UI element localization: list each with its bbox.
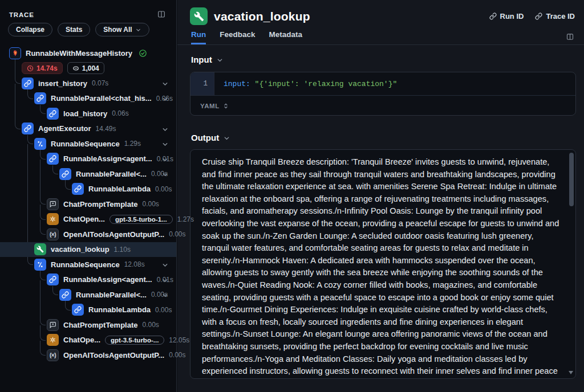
tab-metadata[interactable]: Metadata — [269, 30, 303, 44]
duration-label: 0.06s — [112, 109, 128, 117]
tree-item-runnableparallel[interactable]: RunnableParallel<...0.00s — [0, 287, 176, 303]
scrollbar-down-arrow[interactable] — [569, 371, 573, 374]
chain-icon — [72, 304, 84, 316]
tree-item-label: OpenAIToolsAgentOutputP... — [63, 351, 164, 360]
latency-value: 14.74s — [36, 64, 58, 72]
tree-item-load-history[interactable]: load_history0.06s — [0, 106, 176, 121]
run-id-label: Run ID — [500, 12, 524, 21]
parser-icon: (×) — [47, 228, 59, 240]
split-view-icon[interactable] — [566, 32, 574, 41]
chain-icon — [22, 77, 34, 89]
sequence-icon — [34, 138, 46, 150]
show-all-label: Show All — [103, 26, 132, 34]
tree-item-label: OpenAIToolsAgentOutputP... — [63, 230, 164, 239]
tree-item-label: RunnableSequence — [51, 260, 120, 269]
collapse-button[interactable]: Collapse — [8, 23, 52, 36]
token-count-badge: 1,004 — [67, 62, 104, 74]
tree-item-openaitoolsagentoutputp[interactable]: (×)OpenAIToolsAgentOutputP...0.00s — [0, 348, 176, 363]
tree-item-runnableparallel[interactable]: RunnableParallel<...0.00s — [0, 166, 176, 182]
tree-item-label: ChatPromptTemplate — [63, 200, 138, 209]
chevron-down-icon[interactable] — [161, 261, 169, 268]
tree-item-chatope[interactable]: ChatOpe...gpt-3.5-turbo-...12.05s — [0, 333, 176, 348]
page-title: vacation_lookup — [214, 10, 310, 23]
tree-item-label: RunnableSequence — [51, 140, 120, 148]
duration-label: 12.05s — [169, 336, 189, 344]
tree-item-agentexecutor[interactable]: AgentExecutor14.49s — [0, 121, 176, 137]
success-check-icon — [139, 49, 147, 58]
tree-item-runnablelambda[interactable]: RunnableLambda0.00s — [0, 303, 176, 318]
trace-panel-title: TRACE — [9, 11, 34, 18]
run-header: vacation_lookup — [190, 7, 310, 25]
tree-item-label: RunnableLambda — [88, 305, 151, 314]
chevron-down-icon[interactable] — [161, 125, 169, 132]
langsmith-trace-window: TRACE Collapse Stats Show All RunnableWi… — [0, 0, 584, 392]
tree-item-label: load_history — [63, 109, 107, 118]
tree-item-runnablewithmessagehistory[interactable]: RunnableWithMessageHistory — [0, 46, 176, 61]
tab-run[interactable]: Run — [191, 30, 206, 44]
tree-item-vacation-lookup[interactable]: vacation_lookup1.10s — [0, 242, 176, 258]
format-selector[interactable]: YAML — [190, 96, 575, 116]
input-section-header[interactable]: Input — [191, 55, 224, 64]
chain-icon — [47, 273, 59, 285]
output-section-label: Output — [191, 133, 219, 142]
chevron-down-icon[interactable] — [161, 276, 169, 283]
chevron-down-icon — [135, 27, 141, 33]
stats-button[interactable]: Stats — [58, 23, 90, 36]
panel-collapse-icon[interactable] — [157, 10, 166, 19]
chain-icon — [59, 289, 71, 301]
chevron-down-icon[interactable] — [161, 80, 169, 87]
tree-item-openaitoolsagentoutputp[interactable]: (×)OpenAIToolsAgentOutputP...0.00s — [0, 227, 176, 242]
line-number: 1 — [190, 72, 214, 95]
duration-label: 1.27s — [177, 215, 194, 223]
output-text: Cruise ship Tranquil Breeze description:… — [202, 156, 559, 378]
parrot-icon — [9, 47, 21, 59]
run-id-button[interactable]: Run ID — [489, 12, 524, 21]
scrollbar-thumb[interactable] — [569, 153, 574, 206]
prompt-icon — [47, 198, 59, 210]
tree-item-runnableparallel-chat-his[interactable]: RunnableParallel<chat_his...0.06s — [0, 91, 176, 107]
code-line: 1 input: "{'input': 'relaxing vacation'}… — [190, 72, 575, 96]
show-all-dropdown[interactable]: Show All — [95, 23, 149, 36]
chevron-down-icon[interactable] — [161, 95, 169, 102]
tree-item-runnableassign-agent[interactable]: RunnableAssign<agent...0.01s — [0, 272, 176, 288]
tree-item-chatopen[interactable]: ChatOpen...gpt-3.5-turbo-1...1.27s — [0, 212, 176, 227]
tree-item-chatprompttemplate[interactable]: ChatPromptTemplate0.00s — [0, 197, 176, 212]
tool-icon — [34, 243, 46, 255]
tree-item-insert-history[interactable]: insert_history0.07s — [0, 76, 176, 91]
sequence-icon — [34, 259, 46, 271]
tree-item-label: RunnableParallel<chat_his... — [51, 94, 152, 103]
code-key: input: — [224, 80, 250, 88]
output-section-header[interactable]: Output — [191, 133, 230, 142]
tree-item-label: vacation_lookup — [51, 245, 110, 254]
trace-id-button[interactable]: Trace ID — [535, 12, 575, 21]
chevron-down-icon — [223, 134, 230, 141]
link-icon — [489, 13, 497, 20]
input-code-block: 1 input: "{'input': 'relaxing vacation'}… — [190, 72, 576, 116]
tree-item-label: insert_history — [38, 79, 87, 88]
duration-label: 14.49s — [95, 125, 116, 133]
openai-icon — [47, 334, 59, 346]
chevron-down-icon[interactable] — [161, 291, 169, 299]
tab-feedback[interactable]: Feedback — [220, 30, 255, 44]
tree-item-runnableassign-agent[interactable]: RunnableAssign<agent...0.01s — [0, 152, 176, 167]
duration-label: 0.00s — [169, 230, 185, 238]
duration-label: 1.29s — [124, 140, 141, 148]
tree-item-runnablesequence[interactable]: RunnableSequence12.08s — [0, 257, 176, 272]
duration-label: 12.08s — [124, 260, 145, 268]
run-detail-panel: vacation_lookup Run ID Trace ID Run Feed… — [177, 0, 584, 392]
wrench-icon — [190, 7, 208, 25]
tree-item-chatprompttemplate[interactable]: ChatPromptTemplate0.00s — [0, 317, 176, 333]
tree-item-runnablesequence[interactable]: RunnableSequence1.29s — [0, 136, 176, 152]
duration-label: 0.00s — [143, 321, 159, 329]
chevron-down-icon[interactable] — [161, 155, 169, 162]
chain-icon — [22, 122, 34, 134]
chevron-down-icon[interactable] — [161, 170, 169, 178]
chain-icon — [34, 92, 46, 104]
tree-item-label: RunnableParallel<... — [76, 170, 147, 178]
chevron-down-icon — [216, 56, 224, 63]
duration-label: 0.00s — [155, 185, 172, 193]
trace-id-label: Trace ID — [546, 12, 575, 21]
tree-item-runnablelambda[interactable]: RunnableLambda0.00s — [0, 182, 176, 197]
chevron-down-icon[interactable] — [161, 140, 169, 148]
tree-item-label: ChatOpe... — [63, 336, 100, 344]
